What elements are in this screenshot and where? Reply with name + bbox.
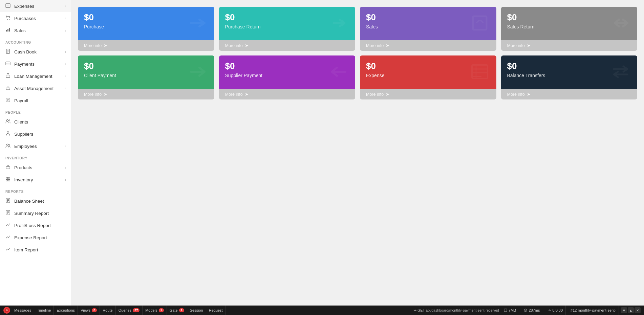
sidebar-item-clients[interactable]: Clients [0, 116, 71, 128]
sidebar-item-left: Expenses [5, 3, 34, 9]
svg-rect-27 [6, 177, 7, 179]
sidebar-item-loan-management[interactable]: Loan Management ‹ [0, 70, 71, 82]
sidebar-item-expenses[interactable]: Expenses ‹ [0, 0, 71, 12]
sidebar-item-balance-sheet[interactable]: Balance Sheet [0, 195, 71, 207]
svg-point-46 [6, 309, 8, 311]
employees-icon [5, 143, 11, 149]
expenses-icon [5, 3, 11, 9]
card-more-info[interactable]: More info ➤ [501, 89, 638, 99]
status-item-request[interactable]: Request [206, 306, 226, 315]
card-bg-icon [609, 62, 632, 83]
asset-management-icon [5, 85, 11, 91]
status-bar-right: ↪ GET api/dashboard/monthly-payment-sent… [413, 306, 641, 315]
sidebar-item-products[interactable]: Products ‹ [0, 161, 71, 174]
sidebar-item-sales[interactable]: Sales ‹ [0, 24, 71, 37]
sidebar-item-label: Cash Book [14, 49, 37, 54]
sidebar-item-summary-report[interactable]: Summary Report [0, 207, 71, 219]
more-info-icon: ➤ [527, 43, 531, 48]
card-more-info[interactable]: More info ➤ [360, 40, 496, 51]
sidebar-item-inventory[interactable]: Inventory ‹ [0, 174, 71, 186]
sidebar-item-left: Products [5, 164, 32, 171]
status-item-timeline[interactable]: Timeline [34, 306, 54, 315]
status-item-messages[interactable]: Messages [12, 306, 34, 315]
more-info-icon: ➤ [245, 92, 249, 97]
sidebar-item-item-report[interactable]: Item Report [0, 244, 71, 256]
sidebar-section-label: ACCOUNTING [0, 37, 71, 46]
card-bg-icon [327, 62, 350, 83]
status-item-route[interactable]: Route [100, 306, 115, 315]
svg-rect-28 [8, 177, 10, 179]
sidebar-item-payroll[interactable]: Payroll [0, 94, 71, 107]
sidebar-item-label: Clients [14, 119, 28, 125]
chevron-icon: ‹ [65, 16, 66, 20]
card-more-info[interactable]: More info ➤ [219, 89, 356, 99]
status-item-label: Session [190, 308, 203, 312]
sidebar-item-expense-report[interactable]: Expense Report [0, 231, 71, 244]
card-more-info[interactable]: More info ➤ [78, 89, 214, 99]
main-content: $0 Purchase More info ➤ $0 Purchase Retu… [71, 0, 644, 306]
balance-sheet-icon [5, 198, 11, 204]
sidebar-item-left: Balance Sheet [5, 198, 44, 204]
card-more-info[interactable]: More info ➤ [78, 40, 214, 51]
status-item-label: Request [209, 308, 223, 312]
sidebar-item-asset-management[interactable]: Asset Management ‹ [0, 82, 71, 94]
expand-button[interactable]: ▲ [628, 307, 634, 313]
summary-report-icon [5, 210, 11, 216]
chevron-icon: ‹ [65, 4, 66, 8]
sidebar-item-label: Suppliers [14, 132, 33, 137]
minimize-button[interactable]: ▼ [621, 307, 627, 313]
sidebar-item-profit-loss[interactable]: Profit/Loss Report [0, 219, 71, 231]
sidebar-item-left: Inventory [5, 177, 33, 183]
status-url: ↪ GET api/dashboard/monthly-payment-sent… [413, 308, 499, 312]
status-item-gate[interactable]: Gate1 [167, 306, 187, 315]
card-more-info[interactable]: More info ➤ [501, 40, 638, 51]
sidebar-item-label: Expense Report [14, 235, 47, 240]
clients-icon [5, 119, 11, 125]
status-memory: 7MB [501, 306, 519, 315]
status-item-session[interactable]: Session [187, 306, 206, 315]
svg-rect-12 [5, 62, 10, 65]
item-report-icon [5, 247, 11, 253]
svg-rect-39 [473, 16, 487, 30]
status-controls: ▼ ▲ ✕ [621, 307, 641, 313]
cards-grid: $0 Purchase More info ➤ $0 Purchase Retu… [78, 7, 637, 99]
svg-rect-18 [6, 98, 9, 102]
sidebar-item-payments[interactable]: Payments ‹ [0, 58, 71, 70]
svg-rect-47 [504, 309, 507, 312]
purchases-icon [5, 15, 11, 21]
status-item-exceptions[interactable]: Exceptions [54, 306, 78, 315]
card-body: $0 Supplier Payment [219, 55, 356, 89]
sidebar-item-suppliers[interactable]: Suppliers [0, 128, 71, 140]
sidebar-item-left: Cash Book [5, 49, 37, 55]
status-time: 287ms [521, 306, 543, 315]
status-item-views[interactable]: Views8 [78, 306, 100, 315]
card-bg-icon [186, 13, 210, 35]
status-item-models[interactable]: Models1 [143, 306, 167, 315]
status-item-queries[interactable]: Queries37 [116, 306, 143, 315]
more-info-label: More info [84, 92, 102, 97]
sidebar-item-left: Asset Management [5, 85, 53, 91]
sidebar-item-purchases[interactable]: Purchases ‹ [0, 12, 71, 24]
inventory-icon [5, 177, 11, 183]
status-badge: 37 [133, 308, 139, 312]
status-item-label: Models [145, 308, 157, 312]
card-more-info[interactable]: More info ➤ [219, 40, 356, 51]
card-sales: $0 Sales More info ➤ [360, 7, 496, 51]
more-info-icon: ➤ [245, 43, 249, 48]
sidebar-item-left: Profit/Loss Report [5, 222, 51, 228]
chevron-icon: ‹ [65, 74, 66, 78]
sidebar-item-label: Item Report [14, 247, 38, 252]
card-body: $0 Balance Transfers [501, 55, 638, 89]
svg-rect-14 [6, 64, 7, 64]
sidebar-item-employees[interactable]: Employees ‹ [0, 140, 71, 152]
sidebar-item-cash-book[interactable]: Cash Book ‹ [0, 46, 71, 58]
status-item-label: Views [81, 308, 90, 312]
app-logo [3, 307, 10, 314]
more-info-label: More info [507, 43, 525, 48]
sidebar-item-label: Inventory [14, 177, 33, 182]
card-more-info[interactable]: More info ➤ [360, 89, 496, 99]
close-status-button[interactable]: ✕ [635, 307, 641, 313]
card-expense: $0 Expense More info ➤ [360, 55, 496, 99]
svg-rect-7 [9, 28, 10, 31]
sidebar-item-left: Employees [5, 143, 37, 149]
